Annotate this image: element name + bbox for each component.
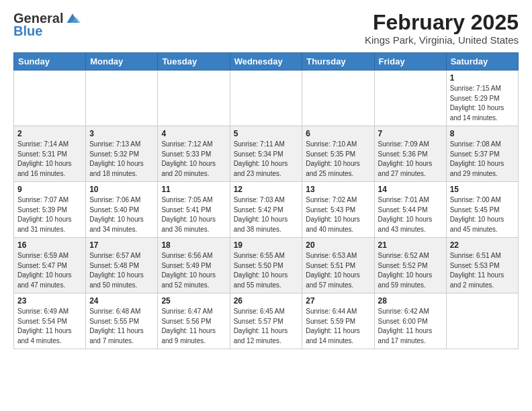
calendar-cell: 27Sunrise: 6:44 AM Sunset: 5:59 PM Dayli… (302, 293, 374, 349)
day-info: Sunrise: 7:00 AM Sunset: 5:45 PM Dayligh… (450, 195, 515, 234)
calendar-cell: 2Sunrise: 7:14 AM Sunset: 5:31 PM Daylig… (14, 126, 86, 182)
day-info: Sunrise: 7:05 AM Sunset: 5:41 PM Dayligh… (161, 195, 226, 234)
calendar-cell: 19Sunrise: 6:55 AM Sunset: 5:50 PM Dayli… (230, 238, 302, 293)
calendar-cell (14, 71, 86, 126)
calendar-week-5: 23Sunrise: 6:49 AM Sunset: 5:54 PM Dayli… (14, 293, 519, 349)
day-info: Sunrise: 7:13 AM Sunset: 5:32 PM Dayligh… (89, 140, 154, 179)
day-number: 7 (378, 129, 443, 138)
calendar-cell: 11Sunrise: 7:05 AM Sunset: 5:41 PM Dayli… (158, 182, 230, 238)
day-info: Sunrise: 6:47 AM Sunset: 5:56 PM Dayligh… (161, 307, 226, 346)
day-number: 22 (450, 240, 515, 250)
calendar-header-row: SundayMondayTuesdayWednesdayThursdayFrid… (14, 53, 519, 71)
calendar-subtitle: Kings Park, Virginia, United States (365, 34, 519, 46)
day-info: Sunrise: 7:14 AM Sunset: 5:31 PM Dayligh… (17, 140, 82, 179)
calendar-cell: 23Sunrise: 6:49 AM Sunset: 5:54 PM Dayli… (14, 293, 86, 349)
day-number: 12 (234, 185, 299, 194)
calendar-cell: 28Sunrise: 6:42 AM Sunset: 6:00 PM Dayli… (374, 293, 446, 349)
calendar-cell: 4Sunrise: 7:12 AM Sunset: 5:33 PM Daylig… (158, 126, 230, 182)
calendar-cell: 17Sunrise: 6:57 AM Sunset: 5:48 PM Dayli… (86, 238, 158, 293)
day-number: 14 (378, 185, 443, 194)
calendar-cell: 9Sunrise: 7:07 AM Sunset: 5:39 PM Daylig… (14, 182, 86, 238)
day-number: 5 (234, 129, 299, 138)
day-info: Sunrise: 6:59 AM Sunset: 5:47 PM Dayligh… (17, 251, 82, 290)
day-info: Sunrise: 6:42 AM Sunset: 6:00 PM Dayligh… (378, 307, 443, 346)
calendar-week-2: 2Sunrise: 7:14 AM Sunset: 5:31 PM Daylig… (14, 126, 519, 182)
title-block: February 2025 Kings Park, Virginia, Unit… (365, 11, 519, 46)
calendar-cell (302, 71, 374, 126)
day-header-thursday: Thursday (302, 53, 374, 71)
day-info: Sunrise: 6:57 AM Sunset: 5:48 PM Dayligh… (89, 251, 154, 290)
day-info: Sunrise: 7:09 AM Sunset: 5:36 PM Dayligh… (378, 140, 443, 179)
day-number: 8 (450, 129, 515, 138)
day-header-wednesday: Wednesday (230, 53, 302, 71)
calendar-cell (374, 71, 446, 126)
day-header-tuesday: Tuesday (158, 53, 230, 71)
day-number: 3 (89, 129, 154, 138)
day-number: 28 (378, 296, 443, 306)
calendar-cell: 1Sunrise: 7:15 AM Sunset: 5:29 PM Daylig… (446, 71, 518, 126)
day-number: 1 (450, 73, 515, 83)
day-number: 17 (89, 240, 154, 250)
day-number: 16 (17, 240, 82, 250)
day-number: 11 (161, 185, 226, 194)
day-info: Sunrise: 6:49 AM Sunset: 5:54 PM Dayligh… (17, 307, 82, 346)
day-number: 2 (17, 129, 82, 138)
logo: General Blue (13, 11, 81, 39)
day-number: 6 (306, 129, 370, 138)
day-header-saturday: Saturday (446, 53, 518, 71)
day-number: 18 (161, 240, 226, 250)
day-number: 15 (450, 185, 515, 194)
day-number: 20 (306, 240, 370, 250)
calendar-cell (86, 71, 158, 126)
day-info: Sunrise: 6:56 AM Sunset: 5:49 PM Dayligh… (161, 251, 226, 290)
day-number: 24 (89, 296, 154, 306)
calendar-week-3: 9Sunrise: 7:07 AM Sunset: 5:39 PM Daylig… (14, 182, 519, 238)
day-info: Sunrise: 6:53 AM Sunset: 5:51 PM Dayligh… (306, 251, 370, 290)
header: General Blue February 2025 Kings Park, V… (13, 11, 519, 46)
day-info: Sunrise: 7:03 AM Sunset: 5:42 PM Dayligh… (234, 195, 299, 234)
day-info: Sunrise: 6:55 AM Sunset: 5:50 PM Dayligh… (234, 251, 299, 290)
day-info: Sunrise: 6:51 AM Sunset: 5:53 PM Dayligh… (450, 251, 515, 290)
calendar-week-1: 1Sunrise: 7:15 AM Sunset: 5:29 PM Daylig… (14, 71, 519, 126)
calendar-cell: 13Sunrise: 7:02 AM Sunset: 5:43 PM Dayli… (302, 182, 374, 238)
calendar-cell: 21Sunrise: 6:52 AM Sunset: 5:52 PM Dayli… (374, 238, 446, 293)
calendar-cell: 14Sunrise: 7:01 AM Sunset: 5:44 PM Dayli… (374, 182, 446, 238)
day-info: Sunrise: 7:02 AM Sunset: 5:43 PM Dayligh… (306, 195, 370, 234)
day-header-friday: Friday (374, 53, 446, 71)
day-number: 4 (161, 129, 226, 138)
day-number: 13 (306, 185, 370, 194)
calendar-cell: 18Sunrise: 6:56 AM Sunset: 5:49 PM Dayli… (158, 238, 230, 293)
calendar-cell: 22Sunrise: 6:51 AM Sunset: 5:53 PM Dayli… (446, 238, 518, 293)
day-number: 19 (234, 240, 299, 250)
calendar-cell: 25Sunrise: 6:47 AM Sunset: 5:56 PM Dayli… (158, 293, 230, 349)
day-info: Sunrise: 7:08 AM Sunset: 5:37 PM Dayligh… (450, 140, 515, 179)
day-info: Sunrise: 7:01 AM Sunset: 5:44 PM Dayligh… (378, 195, 443, 234)
calendar-cell: 20Sunrise: 6:53 AM Sunset: 5:51 PM Dayli… (302, 238, 374, 293)
calendar-cell (446, 293, 518, 349)
calendar-cell (230, 71, 302, 126)
day-header-monday: Monday (86, 53, 158, 71)
calendar-title: February 2025 (365, 11, 519, 34)
page: General Blue February 2025 Kings Park, V… (0, 0, 532, 360)
day-number: 26 (234, 296, 299, 306)
calendar-cell: 7Sunrise: 7:09 AM Sunset: 5:36 PM Daylig… (374, 126, 446, 182)
calendar-cell: 8Sunrise: 7:08 AM Sunset: 5:37 PM Daylig… (446, 126, 518, 182)
calendar-cell: 3Sunrise: 7:13 AM Sunset: 5:32 PM Daylig… (86, 126, 158, 182)
day-header-sunday: Sunday (14, 53, 86, 71)
calendar-cell: 10Sunrise: 7:06 AM Sunset: 5:40 PM Dayli… (86, 182, 158, 238)
calendar-cell: 5Sunrise: 7:11 AM Sunset: 5:34 PM Daylig… (230, 126, 302, 182)
day-info: Sunrise: 6:45 AM Sunset: 5:57 PM Dayligh… (234, 307, 299, 346)
day-info: Sunrise: 6:48 AM Sunset: 5:55 PM Dayligh… (89, 307, 154, 346)
calendar-cell: 16Sunrise: 6:59 AM Sunset: 5:47 PM Dayli… (14, 238, 86, 293)
calendar-cell: 26Sunrise: 6:45 AM Sunset: 5:57 PM Dayli… (230, 293, 302, 349)
calendar-table: SundayMondayTuesdayWednesdayThursdayFrid… (13, 52, 519, 349)
day-number: 23 (17, 296, 82, 306)
day-info: Sunrise: 7:10 AM Sunset: 5:35 PM Dayligh… (306, 140, 370, 179)
calendar-cell: 15Sunrise: 7:00 AM Sunset: 5:45 PM Dayli… (446, 182, 518, 238)
day-info: Sunrise: 6:52 AM Sunset: 5:52 PM Dayligh… (378, 251, 443, 290)
day-number: 27 (306, 296, 370, 306)
day-info: Sunrise: 6:44 AM Sunset: 5:59 PM Dayligh… (306, 307, 370, 346)
day-info: Sunrise: 7:11 AM Sunset: 5:34 PM Dayligh… (234, 140, 299, 179)
logo-blue-text: Blue (13, 24, 42, 38)
day-number: 9 (17, 185, 82, 194)
